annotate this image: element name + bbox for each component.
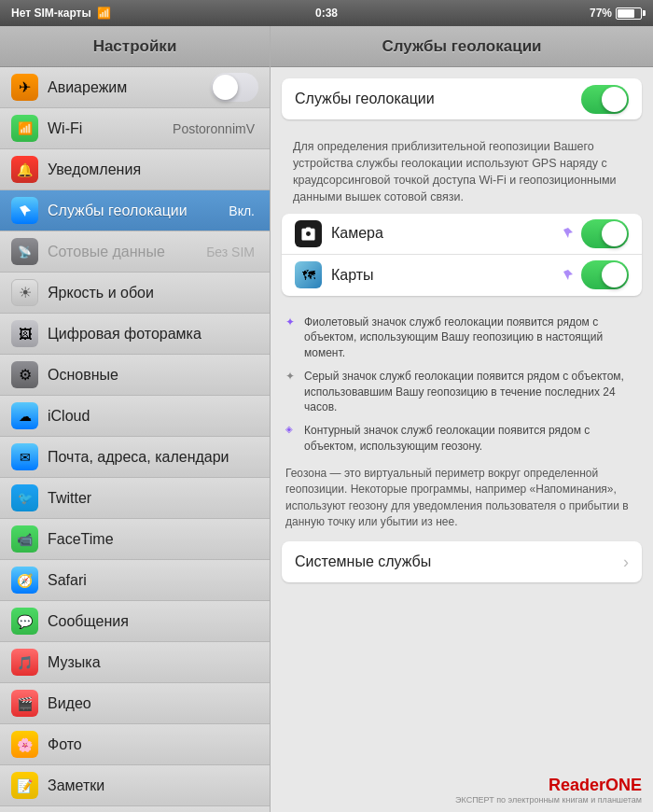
info-item-gray: ✦ Серый значок служб геолокации появится…: [285, 369, 638, 415]
camera-label: Камера: [331, 225, 563, 242]
facetime-icon: 📹: [11, 525, 38, 553]
camera-app-icon: [295, 220, 322, 247]
status-time: 0:38: [315, 7, 338, 20]
battery-icon: [616, 7, 642, 20]
location-services-label: Службы геолокации: [295, 91, 581, 107]
maps-label: Карты: [331, 267, 563, 284]
wifi-icon: 📶: [11, 115, 38, 142]
maps-location-arrow: [563, 269, 574, 282]
general-icon: ⚙: [11, 361, 38, 388]
geofence-text: Геозона — это виртуальный периметр вокру…: [285, 462, 638, 535]
camera-svg: [300, 226, 316, 242]
info-item-purple: ✦ Фиолетовый значок служб геолокации поя…: [285, 315, 638, 361]
main-container: Настройки ✈ Авиарежим 📶 Wi-Fi Postoronni…: [0, 26, 653, 812]
video-label: Видео: [48, 695, 258, 712]
camera-row: Камера: [282, 214, 642, 255]
airplane-toggle[interactable]: [211, 73, 258, 102]
photoframe-icon: 🖼: [11, 320, 38, 347]
location-services-knob: [602, 87, 627, 112]
sidebar-item-location[interactable]: Службы геолокации Вкл.: [0, 190, 270, 231]
wifi-value: PostoronnimV: [173, 121, 255, 136]
system-services-label: Системные службы: [295, 553, 623, 570]
sidebar-header: Настройки: [0, 26, 270, 67]
reader-text: Reader: [549, 776, 605, 794]
wifi-icon: 📶: [97, 7, 111, 20]
right-header: Службы геолокации: [271, 26, 653, 67]
sidebar-title: Настройки: [93, 37, 177, 56]
battery-percent: 77%: [590, 7, 612, 20]
wifi-label: Wi-Fi: [48, 120, 173, 137]
maps-toggle-knob: [602, 262, 627, 287]
chevron-right-icon: ›: [623, 553, 629, 572]
location-services-toggle[interactable]: [581, 85, 629, 114]
battery-fill: [618, 9, 634, 18]
sidebar-item-notes[interactable]: 📝 Заметки: [0, 765, 270, 806]
status-right: 77%: [590, 7, 642, 20]
airplane-label: Авиарежим: [48, 79, 211, 96]
music-icon: 🎵: [11, 649, 38, 676]
sidebar-item-music[interactable]: 🎵 Музыка: [0, 642, 270, 683]
camera-location-arrow: [563, 227, 574, 240]
one-text: ONE: [605, 776, 642, 794]
maps-toggle[interactable]: [581, 260, 629, 289]
safari-icon: 🧭: [11, 567, 38, 594]
system-services-card[interactable]: Системные службы ›: [282, 541, 642, 582]
sidebar-item-general[interactable]: ⚙ Основные: [0, 355, 270, 396]
location-arrow-icon: [19, 204, 32, 217]
sidebar-item-facetime[interactable]: 📹 FaceTime: [0, 519, 270, 560]
brightness-label: Яркость и обои: [48, 285, 258, 301]
general-label: Основные: [48, 367, 258, 384]
info-item-outline: ◈ Контурный значок служб геолокации появ…: [285, 423, 638, 455]
cellular-label: Сотовые данные: [48, 244, 206, 260]
info-text-outline: Контурный значок служб геолокации появит…: [304, 423, 638, 455]
sidebar-item-icloud[interactable]: ☁ iCloud: [0, 396, 270, 437]
status-left: Нет SIM-карты 📶: [11, 7, 111, 20]
sidebar-item-store[interactable]: 🛍 Магазин: [0, 806, 270, 812]
bullet-purple: ✦: [285, 315, 299, 329]
mail-label: Почта, адреса, календари: [48, 449, 258, 466]
twitter-icon: 🐦: [11, 484, 38, 511]
video-icon: 🎬: [11, 690, 38, 717]
status-bar: Нет SIM-карты 📶 0:38 77%: [0, 0, 653, 26]
photos-label: Фото: [48, 736, 258, 753]
sidebar-item-cellular: 📡 Сотовые данные Без SIM: [0, 231, 270, 273]
sidebar-item-safari[interactable]: 🧭 Safari: [0, 560, 270, 601]
notifications-label: Уведомления: [48, 161, 258, 178]
sidebar-item-mail[interactable]: ✉ Почта, адреса, календари: [0, 437, 270, 478]
maps-row: 🗺 Карты: [282, 255, 642, 296]
right-title: Службы геолокации: [382, 37, 541, 56]
right-content: Службы геолокации Для определения прибли…: [271, 67, 653, 812]
icloud-icon: ☁: [11, 402, 38, 429]
sidebar-item-notifications[interactable]: 🔔 Уведомления: [0, 149, 270, 190]
sidebar-item-twitter[interactable]: 🐦 Twitter: [0, 478, 270, 519]
system-services-row[interactable]: Системные службы ›: [282, 541, 642, 582]
sidebar-item-photoframe[interactable]: 🖼 Цифровая фоторамка: [0, 314, 270, 355]
notifications-icon: 🔔: [11, 156, 38, 183]
cellular-icon: 📡: [11, 238, 38, 265]
watermark-brand: ReaderONE: [455, 776, 642, 795]
watermark: ReaderONE ЭКСПЕРТ по электронным книгам …: [455, 776, 642, 805]
brightness-icon: ☀: [11, 279, 38, 306]
sidebar-item-wifi[interactable]: 📶 Wi-Fi PostoronnimV: [0, 108, 270, 149]
sidebar-item-brightness[interactable]: ☀ Яркость и обои: [0, 273, 270, 314]
music-label: Музыка: [48, 654, 258, 671]
notes-label: Заметки: [48, 777, 258, 794]
info-text-purple: Фиолетовый значок служб геолокации появи…: [304, 315, 638, 361]
info-section: ✦ Фиолетовый значок служб геолокации поя…: [282, 307, 642, 542]
sidebar-item-video[interactable]: 🎬 Видео: [0, 683, 270, 724]
icloud-label: iCloud: [48, 408, 258, 425]
photos-icon: 🌸: [11, 731, 38, 758]
location-description: Для определения приблизительной геопозиц…: [282, 131, 642, 214]
airplane-toggle-knob: [213, 75, 238, 100]
location-services-row: Службы геолокации: [282, 78, 642, 119]
sidebar-item-photos[interactable]: 🌸 Фото: [0, 724, 270, 765]
right-panel: Службы геолокации Службы геолокации Для …: [271, 26, 653, 812]
watermark-sub: ЭКСПЕРТ по электронным книгам и планшета…: [455, 795, 642, 805]
camera-toggle-knob: [602, 221, 627, 246]
apps-card: Камера 🗺 Карты: [282, 214, 642, 296]
sidebar-list: ✈ Авиарежим 📶 Wi-Fi PostoronnimV 🔔 Уведо…: [0, 67, 270, 812]
camera-toggle[interactable]: [581, 219, 629, 248]
carrier-label: Нет SIM-карты: [11, 7, 91, 20]
sidebar-item-messages[interactable]: 💬 Сообщения: [0, 601, 270, 642]
sidebar-item-airplane[interactable]: ✈ Авиарежим: [0, 67, 270, 108]
